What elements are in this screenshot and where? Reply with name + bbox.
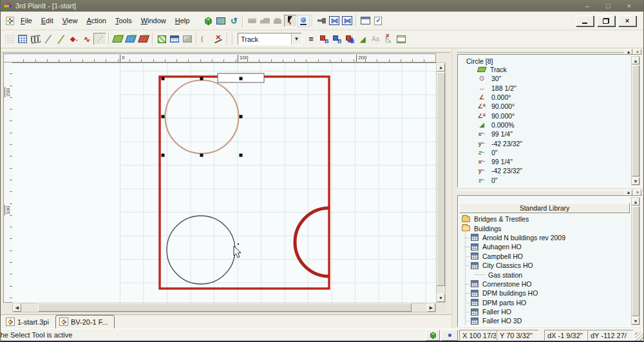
scroll-down-icon[interactable] bbox=[632, 177, 639, 185]
mdi-minimize-button[interactable] bbox=[576, 15, 594, 26]
coupler-tool-button[interactable] bbox=[315, 15, 328, 27]
library-folder[interactable]: Buildings bbox=[460, 223, 630, 233]
zoom-extents-button[interactable] bbox=[328, 15, 341, 27]
status-z-mode-button[interactable] bbox=[441, 330, 458, 341]
property-row[interactable]: 30" bbox=[458, 74, 641, 83]
property-row[interactable]: -42 23/32" bbox=[458, 166, 641, 175]
library-item[interactable]: Faller HO 3D bbox=[460, 316, 630, 325]
property-row[interactable]: 0.000° bbox=[458, 93, 641, 102]
track-ties-button[interactable] bbox=[29, 33, 42, 45]
menu-action[interactable]: Action bbox=[82, 15, 111, 26]
property-row[interactable]: 0" bbox=[458, 148, 641, 157]
menu-help[interactable]: Help bbox=[171, 15, 194, 26]
pane-splitter[interactable] bbox=[451, 48, 456, 328]
select-tool-button[interactable] bbox=[284, 15, 297, 27]
selected-track-circle[interactable] bbox=[166, 81, 239, 154]
library-item[interactable]: DPM buildings HO bbox=[460, 289, 630, 298]
object-form-button[interactable] bbox=[395, 33, 408, 45]
background-image-button[interactable] bbox=[181, 33, 194, 45]
scroll-thumb[interactable] bbox=[632, 206, 639, 316]
menu-window[interactable]: Window bbox=[137, 15, 171, 26]
library-item[interactable]: DPM parts HO bbox=[460, 298, 630, 307]
object-properties-button[interactable] bbox=[372, 15, 384, 27]
tab-1-start[interactable]: 1-start.3pi bbox=[3, 316, 55, 328]
toolbar-gripper[interactable] bbox=[2, 50, 450, 53]
menu-file[interactable]: File bbox=[16, 15, 37, 26]
track-circle[interactable] bbox=[167, 216, 235, 284]
library-item[interactable]: Arnold N buildings rev 2009 bbox=[460, 233, 630, 242]
scroll-left-icon[interactable] bbox=[13, 303, 21, 312]
panel-gripper[interactable] bbox=[457, 50, 624, 53]
status-3d-button[interactable] bbox=[426, 330, 440, 341]
flex-track-button[interactable] bbox=[68, 33, 80, 45]
scroll-down-icon[interactable] bbox=[437, 294, 445, 302]
no-grade-button[interactable] bbox=[382, 33, 395, 45]
scroll-down-icon[interactable] bbox=[632, 317, 639, 325]
property-row[interactable]: 90.000° bbox=[458, 102, 641, 111]
menu-view[interactable]: View bbox=[58, 15, 82, 26]
line-style-button[interactable] bbox=[305, 33, 317, 45]
window-resize-grip[interactable] bbox=[635, 332, 643, 341]
red-semicircle-track[interactable] bbox=[295, 208, 329, 276]
draw-line-button[interactable] bbox=[42, 33, 55, 45]
library-item[interactable]: Faller HO bbox=[460, 307, 630, 316]
window-layout-button[interactable] bbox=[359, 15, 372, 27]
scroll-thumb[interactable] bbox=[632, 65, 639, 176]
scroll-up-icon[interactable] bbox=[437, 63, 445, 71]
selection-handles[interactable] bbox=[162, 77, 243, 157]
layer-stack-button[interactable] bbox=[137, 33, 150, 45]
grade-tool-button[interactable] bbox=[93, 33, 106, 45]
scroll-up-icon[interactable] bbox=[632, 57, 639, 64]
track-type-selector[interactable]: Track bbox=[238, 33, 302, 45]
library-header-button[interactable]: Standard Library bbox=[459, 203, 630, 213]
document-system-icon[interactable] bbox=[3, 15, 16, 27]
property-row[interactable]: 99 1/4" bbox=[458, 157, 641, 166]
horizontal-scroll-thumb[interactable] bbox=[38, 303, 412, 312]
property-row[interactable]: 99 1/4" bbox=[458, 129, 641, 138]
show-grid-button[interactable] bbox=[16, 33, 29, 45]
canvas-vertical-scrollbar[interactable] bbox=[436, 62, 446, 303]
library-folder[interactable]: Bridges & Trestles bbox=[460, 214, 630, 223]
draw-track-button[interactable] bbox=[55, 33, 68, 45]
library-item[interactable]: City Classics HO bbox=[460, 261, 630, 270]
break-tool-button[interactable] bbox=[212, 33, 225, 45]
drawing-viewport[interactable] bbox=[12, 62, 436, 303]
properties-scrollbar[interactable] bbox=[631, 56, 640, 185]
property-row[interactable]: -42 23/32" bbox=[458, 138, 641, 147]
property-row[interactable]: 0" bbox=[458, 176, 641, 185]
terrain-grade-button[interactable] bbox=[356, 33, 369, 45]
view-3d-button[interactable] bbox=[202, 15, 214, 27]
mdi-close-button[interactable] bbox=[618, 15, 636, 26]
endpoint-style-b-button[interactable] bbox=[330, 33, 343, 45]
library-scrollbar[interactable] bbox=[631, 197, 640, 325]
property-row[interactable]: 0.000% bbox=[458, 120, 641, 129]
library-item[interactable]: Gas station bbox=[460, 270, 630, 279]
refresh-button[interactable] bbox=[227, 15, 240, 27]
layer-edit-button[interactable] bbox=[124, 33, 137, 45]
curve-left-button[interactable] bbox=[199, 33, 212, 45]
window-close-icon[interactable] bbox=[627, 2, 631, 10]
menu-edit[interactable]: Edit bbox=[37, 15, 58, 26]
vertical-scroll-thumb[interactable] bbox=[437, 72, 445, 286]
zoom-window-button[interactable] bbox=[341, 15, 354, 27]
layer-up-button[interactable] bbox=[111, 33, 124, 45]
chevron-down-icon[interactable] bbox=[291, 33, 301, 44]
easement-curve-button[interactable] bbox=[80, 33, 93, 45]
signal-tool-button[interactable] bbox=[297, 15, 310, 27]
library-item[interactable]: Auhagen HO bbox=[460, 242, 630, 251]
scroll-right-icon[interactable] bbox=[427, 303, 435, 312]
property-row[interactable]: 188 1/2" bbox=[458, 84, 641, 93]
mdi-restore-button[interactable] bbox=[597, 15, 615, 26]
library-item[interactable]: Campbell HO bbox=[460, 252, 630, 261]
benchwork-rectangle[interactable] bbox=[160, 77, 329, 289]
endpoint-style-a-button[interactable] bbox=[317, 33, 330, 45]
parts-table-button[interactable] bbox=[168, 33, 181, 45]
menu-tools[interactable]: Tools bbox=[111, 15, 137, 26]
property-row[interactable]: 90.000° bbox=[458, 111, 641, 120]
texture-fill-button[interactable] bbox=[155, 33, 168, 45]
connect-ab-button[interactable] bbox=[343, 33, 356, 45]
window-maximize-icon[interactable] bbox=[606, 2, 611, 10]
window-minimize-icon[interactable] bbox=[585, 2, 589, 10]
library-item[interactable]: Cornerstone HO bbox=[460, 280, 630, 289]
property-row[interactable]: Track bbox=[458, 65, 641, 74]
